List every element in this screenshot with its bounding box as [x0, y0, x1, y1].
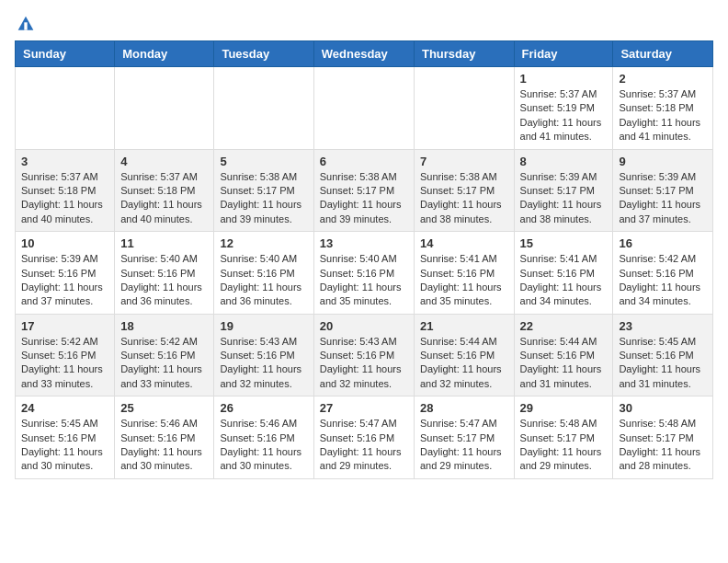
day-number: 22: [520, 319, 608, 333]
calendar-cell: 18Sunrise: 5:42 AM Sunset: 5:16 PM Dayli…: [115, 314, 214, 396]
cell-info: Sunrise: 5:42 AM Sunset: 5:16 PM Dayligh…: [120, 335, 208, 392]
day-number: 12: [220, 236, 307, 250]
column-header-saturday: Saturday: [613, 41, 713, 67]
cell-info: Sunrise: 5:46 AM Sunset: 5:16 PM Dayligh…: [120, 417, 208, 474]
calendar-cell: 26Sunrise: 5:46 AM Sunset: 5:16 PM Dayli…: [214, 396, 313, 479]
cell-info: Sunrise: 5:44 AM Sunset: 5:16 PM Dayligh…: [420, 335, 508, 392]
calendar-cell: 9Sunrise: 5:39 AM Sunset: 5:17 PM Daylig…: [613, 149, 713, 232]
day-number: 3: [21, 155, 108, 168]
day-number: 11: [120, 236, 208, 250]
cell-info: Sunrise: 5:48 AM Sunset: 5:17 PM Dayligh…: [619, 417, 707, 474]
calendar-cell: 21Sunrise: 5:44 AM Sunset: 5:16 PM Dayli…: [414, 314, 514, 396]
calendar-cell: 22Sunrise: 5:44 AM Sunset: 5:16 PM Dayli…: [514, 314, 613, 396]
day-number: 7: [420, 155, 508, 168]
day-number: 6: [320, 155, 408, 168]
cell-info: Sunrise: 5:37 AM Sunset: 5:19 PM Dayligh…: [520, 87, 608, 144]
day-number: 2: [619, 72, 707, 86]
calendar-cell: 23Sunrise: 5:45 AM Sunset: 5:16 PM Dayli…: [613, 314, 713, 396]
cell-info: Sunrise: 5:39 AM Sunset: 5:17 PM Dayligh…: [619, 170, 707, 227]
cell-info: Sunrise: 5:46 AM Sunset: 5:16 PM Dayligh…: [220, 417, 307, 474]
logo-icon: [17, 15, 35, 33]
day-number: 30: [619, 401, 707, 415]
calendar-header-row: SundayMondayTuesdayWednesdayThursdayFrid…: [16, 41, 713, 67]
day-number: 21: [420, 319, 508, 333]
cell-info: Sunrise: 5:38 AM Sunset: 5:17 PM Dayligh…: [420, 170, 508, 227]
day-number: 10: [21, 236, 108, 250]
cell-info: Sunrise: 5:45 AM Sunset: 5:16 PM Dayligh…: [619, 335, 707, 392]
svg-rect-1: [24, 22, 27, 29]
day-number: 8: [520, 155, 608, 168]
cell-info: Sunrise: 5:41 AM Sunset: 5:16 PM Dayligh…: [520, 252, 608, 309]
calendar-cell: 17Sunrise: 5:42 AM Sunset: 5:16 PM Dayli…: [16, 314, 115, 396]
calendar-cell: 27Sunrise: 5:47 AM Sunset: 5:16 PM Dayli…: [313, 396, 414, 479]
column-header-wednesday: Wednesday: [313, 41, 414, 67]
calendar-week-row: 3Sunrise: 5:37 AM Sunset: 5:18 PM Daylig…: [16, 149, 713, 232]
column-header-sunday: Sunday: [16, 41, 115, 67]
cell-info: Sunrise: 5:45 AM Sunset: 5:16 PM Dayligh…: [21, 417, 108, 474]
calendar-cell: 6Sunrise: 5:38 AM Sunset: 5:17 PM Daylig…: [313, 149, 414, 232]
cell-info: Sunrise: 5:37 AM Sunset: 5:18 PM Dayligh…: [21, 170, 108, 227]
day-number: 25: [120, 401, 208, 415]
calendar-cell: 12Sunrise: 5:40 AM Sunset: 5:16 PM Dayli…: [214, 232, 313, 315]
cell-info: Sunrise: 5:43 AM Sunset: 5:16 PM Dayligh…: [220, 335, 307, 392]
calendar-cell: 19Sunrise: 5:43 AM Sunset: 5:16 PM Dayli…: [214, 314, 313, 396]
calendar-cell: [115, 67, 214, 150]
cell-info: Sunrise: 5:41 AM Sunset: 5:16 PM Dayligh…: [420, 252, 508, 309]
day-number: 24: [21, 401, 108, 415]
cell-info: Sunrise: 5:40 AM Sunset: 5:16 PM Dayligh…: [120, 252, 208, 309]
calendar-cell: 7Sunrise: 5:38 AM Sunset: 5:17 PM Daylig…: [414, 149, 514, 232]
calendar-table: SundayMondayTuesdayWednesdayThursdayFrid…: [15, 40, 713, 479]
cell-info: Sunrise: 5:42 AM Sunset: 5:16 PM Dayligh…: [21, 335, 108, 392]
calendar-week-row: 24Sunrise: 5:45 AM Sunset: 5:16 PM Dayli…: [16, 396, 713, 479]
calendar-cell: 8Sunrise: 5:39 AM Sunset: 5:17 PM Daylig…: [514, 149, 613, 232]
cell-info: Sunrise: 5:47 AM Sunset: 5:17 PM Dayligh…: [420, 417, 508, 474]
cell-info: Sunrise: 5:38 AM Sunset: 5:17 PM Dayligh…: [220, 170, 307, 227]
calendar-cell: [313, 67, 414, 150]
calendar-week-row: 17Sunrise: 5:42 AM Sunset: 5:16 PM Dayli…: [16, 314, 713, 396]
calendar-cell: 25Sunrise: 5:46 AM Sunset: 5:16 PM Dayli…: [115, 396, 214, 479]
day-number: 18: [120, 319, 208, 333]
calendar-cell: 15Sunrise: 5:41 AM Sunset: 5:16 PM Dayli…: [514, 232, 613, 315]
calendar-cell: 14Sunrise: 5:41 AM Sunset: 5:16 PM Dayli…: [414, 232, 514, 315]
day-number: 28: [420, 401, 508, 415]
column-header-monday: Monday: [115, 41, 214, 67]
logo: [15, 15, 35, 33]
calendar-cell: 13Sunrise: 5:40 AM Sunset: 5:16 PM Dayli…: [313, 232, 414, 315]
cell-info: Sunrise: 5:37 AM Sunset: 5:18 PM Dayligh…: [120, 170, 208, 227]
day-number: 4: [120, 155, 208, 168]
calendar-cell: 2Sunrise: 5:37 AM Sunset: 5:18 PM Daylig…: [613, 67, 713, 150]
calendar-cell: [16, 67, 115, 150]
calendar-week-row: 1Sunrise: 5:37 AM Sunset: 5:19 PM Daylig…: [16, 67, 713, 150]
cell-info: Sunrise: 5:47 AM Sunset: 5:16 PM Dayligh…: [320, 417, 408, 474]
day-number: 19: [220, 319, 307, 333]
calendar-body: 1Sunrise: 5:37 AM Sunset: 5:19 PM Daylig…: [16, 67, 713, 479]
calendar-cell: 4Sunrise: 5:37 AM Sunset: 5:18 PM Daylig…: [115, 149, 214, 232]
day-number: 29: [520, 401, 608, 415]
day-number: 15: [520, 236, 608, 250]
calendar-cell: 3Sunrise: 5:37 AM Sunset: 5:18 PM Daylig…: [16, 149, 115, 232]
cell-info: Sunrise: 5:37 AM Sunset: 5:18 PM Dayligh…: [619, 87, 707, 144]
day-number: 5: [220, 155, 307, 168]
day-number: 14: [420, 236, 508, 250]
cell-info: Sunrise: 5:43 AM Sunset: 5:16 PM Dayligh…: [320, 335, 408, 392]
cell-info: Sunrise: 5:38 AM Sunset: 5:17 PM Dayligh…: [320, 170, 408, 227]
calendar-cell: 24Sunrise: 5:45 AM Sunset: 5:16 PM Dayli…: [16, 396, 115, 479]
calendar-cell: 30Sunrise: 5:48 AM Sunset: 5:17 PM Dayli…: [613, 396, 713, 479]
cell-info: Sunrise: 5:40 AM Sunset: 5:16 PM Dayligh…: [320, 252, 408, 309]
column-header-tuesday: Tuesday: [214, 41, 313, 67]
calendar-cell: 11Sunrise: 5:40 AM Sunset: 5:16 PM Dayli…: [115, 232, 214, 315]
day-number: 9: [619, 155, 707, 168]
column-header-friday: Friday: [514, 41, 613, 67]
day-number: 26: [220, 401, 307, 415]
calendar-cell: 10Sunrise: 5:39 AM Sunset: 5:16 PM Dayli…: [16, 232, 115, 315]
day-number: 20: [320, 319, 408, 333]
calendar-cell: 16Sunrise: 5:42 AM Sunset: 5:16 PM Dayli…: [613, 232, 713, 315]
calendar-cell: 5Sunrise: 5:38 AM Sunset: 5:17 PM Daylig…: [214, 149, 313, 232]
day-number: 13: [320, 236, 408, 250]
calendar-cell: [414, 67, 514, 150]
cell-info: Sunrise: 5:39 AM Sunset: 5:16 PM Dayligh…: [21, 252, 108, 309]
day-number: 27: [320, 401, 408, 415]
page-header: [15, 15, 713, 33]
calendar-week-row: 10Sunrise: 5:39 AM Sunset: 5:16 PM Dayli…: [16, 232, 713, 315]
calendar-cell: 1Sunrise: 5:37 AM Sunset: 5:19 PM Daylig…: [514, 67, 613, 150]
